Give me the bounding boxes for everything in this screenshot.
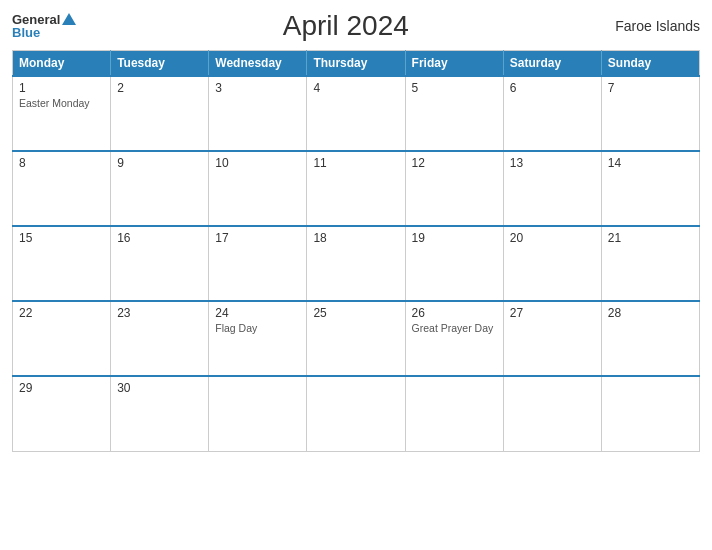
col-monday: Monday	[13, 51, 111, 77]
calendar-page: General Blue April 2024 Faroe Islands Mo…	[0, 0, 712, 550]
logo-triangle-icon	[62, 13, 76, 25]
calendar-cell: 3	[209, 76, 307, 151]
calendar-cell	[307, 376, 405, 451]
calendar-cell: 17	[209, 226, 307, 301]
calendar-cell	[503, 376, 601, 451]
cell-date-number: 11	[313, 156, 398, 170]
calendar-cell: 8	[13, 151, 111, 226]
cell-date-number: 6	[510, 81, 595, 95]
cell-date-number: 23	[117, 306, 202, 320]
cell-date-number: 27	[510, 306, 595, 320]
calendar-cell: 22	[13, 301, 111, 376]
calendar-cell: 10	[209, 151, 307, 226]
header: General Blue April 2024 Faroe Islands	[12, 10, 700, 42]
cell-date-number: 7	[608, 81, 693, 95]
calendar-cell: 13	[503, 151, 601, 226]
week-row-2: 891011121314	[13, 151, 700, 226]
cell-date-number: 3	[215, 81, 300, 95]
cell-date-number: 9	[117, 156, 202, 170]
calendar-cell: 2	[111, 76, 209, 151]
calendar-cell: 27	[503, 301, 601, 376]
calendar-cell: 25	[307, 301, 405, 376]
calendar-cell: 18	[307, 226, 405, 301]
cell-date-number: 22	[19, 306, 104, 320]
cell-event-label: Easter Monday	[19, 97, 104, 109]
cell-date-number: 4	[313, 81, 398, 95]
calendar-cell	[601, 376, 699, 451]
week-row-1: 1Easter Monday234567	[13, 76, 700, 151]
col-wednesday: Wednesday	[209, 51, 307, 77]
calendar-cell: 4	[307, 76, 405, 151]
cell-date-number: 1	[19, 81, 104, 95]
calendar-cell: 12	[405, 151, 503, 226]
cell-event-label: Flag Day	[215, 322, 300, 334]
cell-date-number: 28	[608, 306, 693, 320]
cell-date-number: 30	[117, 381, 202, 395]
cell-date-number: 10	[215, 156, 300, 170]
week-row-3: 15161718192021	[13, 226, 700, 301]
calendar-cell	[209, 376, 307, 451]
cell-date-number: 20	[510, 231, 595, 245]
calendar-cell: 20	[503, 226, 601, 301]
cell-date-number: 19	[412, 231, 497, 245]
cell-date-number: 25	[313, 306, 398, 320]
region-label: Faroe Islands	[615, 18, 700, 34]
col-tuesday: Tuesday	[111, 51, 209, 77]
cell-date-number: 21	[608, 231, 693, 245]
logo: General Blue	[12, 13, 76, 39]
cell-date-number: 2	[117, 81, 202, 95]
cell-date-number: 8	[19, 156, 104, 170]
calendar-cell: 23	[111, 301, 209, 376]
cell-date-number: 29	[19, 381, 104, 395]
calendar-cell: 7	[601, 76, 699, 151]
calendar-cell: 19	[405, 226, 503, 301]
calendar-cell: 11	[307, 151, 405, 226]
col-friday: Friday	[405, 51, 503, 77]
calendar-cell: 26Great Prayer Day	[405, 301, 503, 376]
cell-date-number: 15	[19, 231, 104, 245]
cell-date-number: 26	[412, 306, 497, 320]
calendar-cell: 16	[111, 226, 209, 301]
calendar-cell: 5	[405, 76, 503, 151]
calendar-cell: 6	[503, 76, 601, 151]
calendar-cell: 21	[601, 226, 699, 301]
cell-date-number: 14	[608, 156, 693, 170]
calendar-cell: 15	[13, 226, 111, 301]
week-row-5: 2930	[13, 376, 700, 451]
week-row-4: 222324Flag Day2526Great Prayer Day2728	[13, 301, 700, 376]
cell-date-number: 16	[117, 231, 202, 245]
calendar-cell: 28	[601, 301, 699, 376]
cell-date-number: 18	[313, 231, 398, 245]
cell-date-number: 24	[215, 306, 300, 320]
calendar-cell: 30	[111, 376, 209, 451]
col-thursday: Thursday	[307, 51, 405, 77]
logo-blue-text: Blue	[12, 26, 40, 39]
calendar-cell: 29	[13, 376, 111, 451]
calendar-cell: 14	[601, 151, 699, 226]
calendar-title: April 2024	[283, 10, 409, 42]
cell-date-number: 17	[215, 231, 300, 245]
calendar-cell: 9	[111, 151, 209, 226]
calendar-cell: 1Easter Monday	[13, 76, 111, 151]
cell-date-number: 12	[412, 156, 497, 170]
cell-date-number: 5	[412, 81, 497, 95]
col-sunday: Sunday	[601, 51, 699, 77]
cell-event-label: Great Prayer Day	[412, 322, 497, 334]
days-header-row: Monday Tuesday Wednesday Thursday Friday…	[13, 51, 700, 77]
calendar-cell: 24Flag Day	[209, 301, 307, 376]
calendar-table: Monday Tuesday Wednesday Thursday Friday…	[12, 50, 700, 452]
cell-date-number: 13	[510, 156, 595, 170]
col-saturday: Saturday	[503, 51, 601, 77]
calendar-cell	[405, 376, 503, 451]
